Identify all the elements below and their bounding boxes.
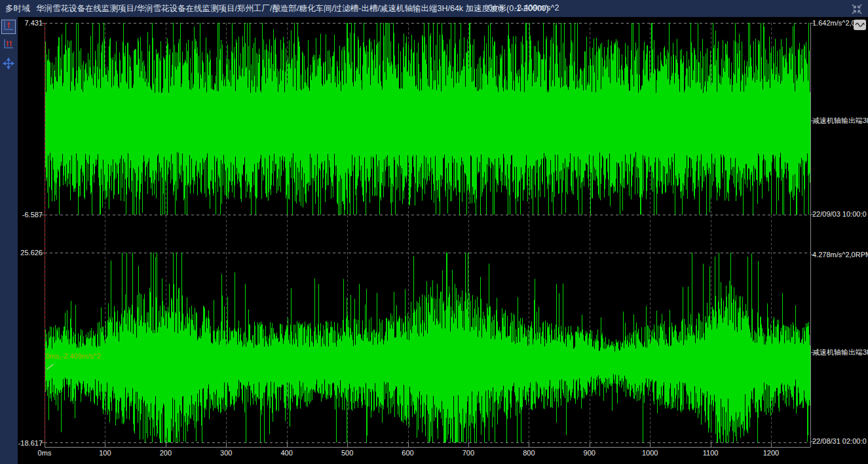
x-tick [590, 442, 590, 447]
multi-waveform-tool-button[interactable] [1, 38, 16, 52]
x-axis-label: 100 [90, 449, 119, 457]
r-tick [810, 120, 814, 121]
x-tick [347, 442, 348, 447]
mode-label[interactable]: 多时域 [5, 3, 30, 14]
plot2-timestamp-label: 22/08/31 02:00:0 [812, 437, 867, 445]
right-axis-line [810, 23, 811, 447]
x-tick [650, 442, 651, 447]
x-axis-label: 300 [212, 449, 240, 457]
sine-wave-icon [855, 19, 865, 31]
x-axis-label: 700 [454, 449, 483, 457]
x-tick [711, 442, 711, 447]
x-tick [166, 442, 166, 447]
x-axis-label: 1200 [757, 449, 785, 457]
move-cross-icon [3, 58, 14, 72]
collapse-window-icon[interactable] [851, 3, 863, 15]
plot2-ymax-label: 25.626 [18, 249, 43, 257]
axis-double-arrow-icon [3, 38, 14, 52]
x-axis-label: 1000 [635, 449, 664, 457]
topbar: 多时域 华润雪花设备在线监测项目/华润雪花设备在线监测项目/郑州工厂/酿造部/糖… [0, 0, 868, 17]
y-tick [41, 253, 45, 253]
x-axis-label: 500 [333, 449, 362, 457]
x-axis-label: 0ms [30, 449, 59, 457]
x-axis-label: 800 [514, 449, 543, 457]
axis-single-arrow-icon [3, 20, 14, 34]
x-tick [529, 442, 529, 447]
x-tick [468, 442, 469, 447]
y-tick [41, 442, 45, 443]
x-tick [771, 442, 772, 447]
measurement-path-title: 华润雪花设备在线监测项目/华润雪花设备在线监测项目/郑州工厂/酿造部/糖化车间/… [36, 3, 549, 14]
x-tick [226, 442, 227, 447]
r-tick [810, 23, 814, 24]
bottom-axis-line [45, 447, 810, 448]
x-axis-label: 200 [151, 449, 180, 457]
x-axis-label: 600 [394, 449, 423, 457]
waveform-canvas[interactable] [45, 23, 810, 442]
pan-tool-button[interactable] [1, 58, 16, 72]
y-tick [41, 215, 45, 215]
plot1-feature-label: 1.642m/s^2,0 [812, 19, 856, 27]
chart-area: 7.431 -6.587 25.626 -18.617 1.642m/s^2,0… [18, 17, 868, 464]
y-tick [41, 23, 45, 24]
plot2-bottom-border [45, 442, 810, 443]
toolbar-sidebar [0, 17, 18, 464]
plot2-feature-label: 4.278m/s^2,0RPM [812, 251, 868, 259]
cursor-line[interactable] [45, 23, 45, 442]
plot2-ymin-label: -18.617 [18, 439, 43, 447]
x-axis-label: 900 [575, 449, 604, 457]
r-tick [810, 441, 814, 442]
cursor-time-readout: 0ms [488, 3, 504, 12]
x-tick [45, 442, 45, 447]
r-tick [810, 255, 814, 255]
x-tick [408, 442, 409, 447]
cursor-annotation: 0ms,-2.409m/s^2 [46, 352, 101, 360]
plot1-timestamp-label: 22/09/03 10:00:0 [812, 210, 867, 218]
cursor-value-readout: -2.409m/s^2 [514, 3, 559, 12]
x-axis-label: 400 [273, 449, 301, 457]
single-waveform-tool-button[interactable] [1, 20, 16, 34]
plot1-ymax-label: 7.431 [18, 19, 43, 27]
x-tick [105, 442, 105, 447]
waveform-list-button[interactable] [854, 20, 866, 30]
x-axis-label: 1100 [696, 449, 725, 457]
x-tick [287, 442, 288, 447]
r-tick [810, 352, 814, 353]
plot1-ymin-label: -6.587 [18, 211, 43, 219]
plot1-channel-label: 减速机轴输出端3H [812, 116, 868, 124]
r-tick [810, 214, 814, 215]
plot2-channel-label: 减速机轴输出端3H [812, 348, 868, 356]
app-window: 多时域 华润雪花设备在线监测项目/华润雪花设备在线监测项目/郑州工厂/酿造部/糖… [0, 0, 868, 464]
